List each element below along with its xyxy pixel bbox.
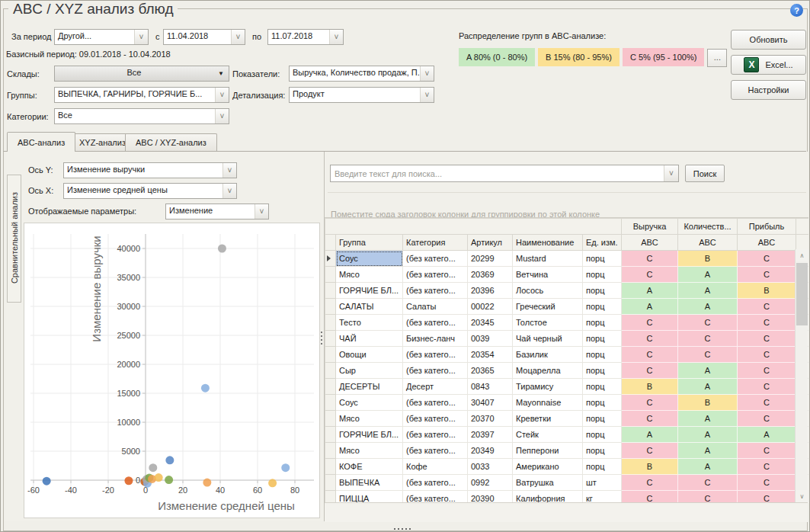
cell-group[interactable]: Мясо bbox=[336, 267, 403, 283]
chevron-down-icon[interactable]: ˅ bbox=[134, 30, 148, 44]
cell-name[interactable]: Mustard bbox=[513, 251, 583, 267]
cell-group[interactable]: Сыр bbox=[336, 363, 403, 379]
abc-cell[interactable]: C bbox=[738, 411, 796, 427]
cell-unit[interactable]: порц bbox=[583, 267, 622, 283]
cell-name[interactable]: Креветки bbox=[513, 411, 583, 427]
cell-unit[interactable]: шт bbox=[583, 475, 622, 491]
cell-group[interactable]: ПИЦЦА bbox=[336, 491, 403, 504]
cell-category[interactable]: Салаты bbox=[403, 299, 468, 315]
axis-x-select[interactable]: Изменение средней цены ˅ bbox=[63, 183, 237, 199]
abc-cell[interactable]: A bbox=[678, 411, 738, 427]
cell-article[interactable]: 20369 bbox=[468, 267, 513, 283]
cell-unit[interactable]: порц bbox=[583, 443, 622, 459]
chevron-down-icon[interactable]: ˅ bbox=[223, 184, 236, 198]
cell-article[interactable]: 20345 bbox=[468, 315, 513, 331]
categories-select[interactable]: Все ˅ bbox=[54, 108, 229, 124]
abc-cell[interactable]: A bbox=[678, 443, 738, 459]
detail-select[interactable]: Продукт ˅ bbox=[289, 87, 434, 103]
cell-unit[interactable]: порц bbox=[583, 299, 622, 315]
cell-article[interactable]: 20354 bbox=[468, 347, 513, 363]
date-from-select[interactable]: 11.04.2018 ˅ bbox=[163, 29, 245, 45]
abc-cell[interactable]: C bbox=[622, 443, 678, 459]
cell-unit[interactable]: порц bbox=[583, 315, 622, 331]
search-button[interactable]: Поиск bbox=[685, 165, 725, 182]
table-row[interactable]: Мясо(без катего...20370КреветкипорцCAC bbox=[325, 411, 809, 427]
abc-cell[interactable]: B bbox=[622, 379, 678, 395]
cell-name[interactable]: Тирамису bbox=[513, 379, 583, 395]
abc-cell[interactable]: C bbox=[622, 251, 678, 267]
cell-group[interactable]: Тесто bbox=[336, 315, 403, 331]
chevron-down-icon[interactable]: ˅ bbox=[664, 165, 678, 181]
chevron-down-icon[interactable]: ˅ bbox=[215, 109, 229, 123]
abc-cell[interactable]: C bbox=[738, 363, 796, 379]
cell-category[interactable]: (без катего... bbox=[403, 251, 468, 267]
warehouses-select[interactable]: Все ▼ bbox=[54, 66, 229, 82]
cell-category[interactable]: (без катего... bbox=[403, 491, 468, 504]
abc-cell[interactable]: C bbox=[622, 491, 678, 504]
table-row[interactable]: Соус(без катего...20299MustardпорцCBC bbox=[325, 251, 809, 267]
cell-category[interactable]: (без катего... bbox=[403, 475, 468, 491]
chevron-down-icon[interactable]: ˅ bbox=[420, 88, 434, 102]
cell-group[interactable]: Овощи bbox=[336, 347, 403, 363]
cell-unit[interactable]: порц bbox=[583, 331, 622, 347]
cell-category[interactable]: (без катего... bbox=[403, 283, 468, 299]
abc-cell[interactable]: C bbox=[678, 331, 738, 347]
col-abc-revenue[interactable]: ABC bbox=[622, 235, 678, 251]
cell-group[interactable]: САЛАТЫ bbox=[336, 299, 403, 315]
cell-group[interactable]: ГОРЯЧИЕ БЛ... bbox=[336, 427, 403, 443]
table-row[interactable]: КОФЕКофе0033АмериканопорцBAC bbox=[325, 459, 809, 475]
chevron-down-icon[interactable]: ˅ bbox=[255, 204, 268, 219]
panel-splitter-handle[interactable] bbox=[321, 329, 322, 347]
abc-cell[interactable]: A bbox=[678, 299, 738, 315]
excel-button[interactable]: X Excel... bbox=[731, 55, 806, 75]
abc-cell[interactable]: C bbox=[622, 363, 678, 379]
cell-unit[interactable]: порц bbox=[583, 379, 622, 395]
abc-cell[interactable]: B bbox=[622, 459, 678, 475]
abc-cell[interactable]: C bbox=[738, 331, 796, 347]
table-row[interactable]: САЛАТЫСалаты00022ГреческийпорцAAC bbox=[325, 299, 809, 315]
abc-cell[interactable]: C bbox=[622, 315, 678, 331]
cell-article[interactable]: 20397 bbox=[468, 427, 513, 443]
display-params-select[interactable]: Изменение ˅ bbox=[165, 204, 269, 220]
cell-name[interactable]: Толстое bbox=[513, 315, 583, 331]
cell-article[interactable]: 0992 bbox=[468, 475, 513, 491]
table-row[interactable]: Сыр(без катего...20365МоцареллапорцCAC bbox=[325, 363, 809, 379]
abc-cell[interactable]: C bbox=[738, 459, 796, 475]
abc-cell[interactable]: C bbox=[738, 315, 796, 331]
abc-cell[interactable]: C bbox=[738, 347, 796, 363]
table-row[interactable]: Мясо(без катего...20349ПепперонипорцCAC bbox=[325, 443, 809, 459]
cell-article[interactable]: 30407 bbox=[468, 395, 513, 411]
cell-category[interactable]: (без катего... bbox=[403, 427, 468, 443]
abc-cell[interactable]: C bbox=[738, 379, 796, 395]
groups-select[interactable]: ВЫПЕЧКА, ГАРНИРЫ, ГОРЯЧИЕ Б... ˅ bbox=[54, 87, 229, 103]
abc-cell[interactable]: A bbox=[678, 427, 738, 443]
abc-cell[interactable]: C bbox=[678, 347, 738, 363]
abc-cell[interactable]: C bbox=[678, 491, 738, 504]
table-row[interactable]: Мясо(без катего...20369ВетчинапорцCAC bbox=[325, 267, 809, 283]
table-row[interactable]: Тесто(без катего...20345ТолстоепорцCCC bbox=[325, 315, 809, 331]
abc-cell[interactable]: A bbox=[678, 267, 738, 283]
abc-cell[interactable]: A bbox=[738, 427, 796, 443]
abc-cell[interactable]: C bbox=[738, 443, 796, 459]
col-category[interactable]: Категория bbox=[403, 235, 468, 251]
table-row[interactable]: ГОРЯЧИЕ БЛ...(без катего...20397Стейкпор… bbox=[325, 427, 809, 443]
cell-group[interactable]: ЧАЙ bbox=[336, 331, 403, 347]
period-select[interactable]: Другой... ˅ bbox=[54, 29, 149, 45]
cell-article[interactable]: 00022 bbox=[468, 299, 513, 315]
cell-group[interactable]: Соус bbox=[336, 251, 403, 267]
abc-cell[interactable]: A bbox=[678, 459, 738, 475]
abc-cell[interactable]: A bbox=[622, 299, 678, 315]
col-name[interactable]: Наименование bbox=[513, 235, 583, 251]
chevron-down-icon[interactable]: ˅ bbox=[223, 163, 236, 178]
table-row[interactable]: Соус(без катего...30407MayonnaiseпорцCBC bbox=[325, 395, 809, 411]
cell-unit[interactable]: порц bbox=[583, 283, 622, 299]
cell-group[interactable]: Мясо bbox=[336, 443, 403, 459]
chevron-down-icon[interactable]: ˅ bbox=[215, 88, 229, 102]
table-row[interactable]: Овощи(без катего...20354БазиликпорцCCC bbox=[325, 347, 809, 363]
bottom-splitter-handle[interactable] bbox=[394, 524, 413, 532]
abc-cell[interactable]: A bbox=[678, 363, 738, 379]
chevron-down-icon[interactable]: ˅ bbox=[420, 66, 434, 81]
help-icon[interactable]: ? bbox=[790, 4, 803, 17]
table-row[interactable]: ГОРЯЧИЕ БЛ...(без катего...20396Лососьпо… bbox=[325, 283, 809, 299]
cell-category[interactable]: Кофе bbox=[403, 459, 468, 475]
